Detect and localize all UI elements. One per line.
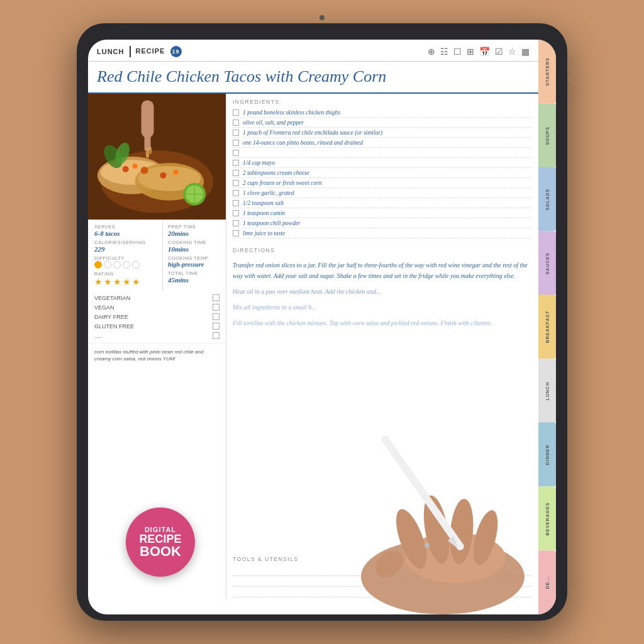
ingredient-item: lime juice to taste — [233, 228, 532, 238]
gluten-free-checkbox[interactable] — [213, 323, 219, 330]
ing-text-10: 1/2 teaspoon salt — [243, 200, 284, 206]
cooking-value: 10mins — [168, 245, 221, 253]
extra-diet-checkbox[interactable] — [213, 332, 219, 339]
star-2[interactable]: ★ — [104, 277, 112, 287]
calendar-icon[interactable]: 📅 — [479, 47, 490, 57]
ingredient-item: 2 tablespoons cream cheese — [233, 168, 532, 178]
star-3[interactable]: ★ — [113, 277, 121, 287]
tab-sauces[interactable]: SAUCES — [538, 231, 556, 296]
difficulty-dots — [94, 261, 156, 269]
ing-text-1: 1 pound boneless skinless chicken thighs — [243, 109, 340, 116]
vegetarian-label: VEGETARIAN — [94, 295, 130, 301]
tab-lunch[interactable]: LUNCH — [538, 359, 556, 423]
tab-desserts[interactable]: DE... — [538, 551, 556, 615]
directions-text-1: Transfer red onion slices to a jar. Fill… — [233, 260, 532, 281]
ingredient-item — [233, 148, 532, 158]
recipe-title: Red Chile Chicken Tacos with Creamy Corn — [88, 62, 538, 94]
serves-prep: SERVES 6-8 tacos CALORIES/SERVING 229 DI… — [88, 219, 226, 291]
check-icon[interactable]: ☑ — [495, 47, 503, 57]
table-icon[interactable]: ▦ — [521, 47, 530, 57]
vegan-checkbox[interactable] — [213, 304, 219, 311]
ingredient-item: 1/2 teaspoon salt — [233, 198, 532, 208]
tab-starters[interactable]: STARTERS — [538, 40, 556, 104]
ing-text-6: 1/4 cup mayo — [243, 160, 275, 166]
ing-text-4: one 14-ounce can pinto beans, rinsed and… — [243, 140, 363, 146]
tab-salads[interactable]: SALADS — [538, 167, 556, 231]
jar-icon[interactable]: ⊞ — [467, 47, 474, 57]
directions-text-3: Mix all ingredients in a small b... — [233, 302, 532, 313]
diff-dot-2 — [104, 261, 111, 269]
food-image — [88, 94, 226, 219]
star-icon[interactable]: ☆ — [508, 47, 516, 57]
recipe-number: 19 — [170, 46, 182, 57]
tab-beverages[interactable]: BEVERAGES — [538, 487, 556, 551]
star-5[interactable]: ★ — [132, 277, 140, 287]
tools-line-1 — [233, 567, 532, 576]
diff-dot-5 — [132, 261, 140, 269]
svg-point-10 — [173, 170, 178, 175]
ing-checkbox-8[interactable] — [233, 180, 239, 186]
lunch-label: LUNCH — [97, 48, 125, 55]
ingredient-item: 1 clove garlic, grated — [233, 188, 532, 198]
list-icon[interactable]: ☷ — [440, 47, 448, 57]
recipe-header: LUNCH RECIPE 19 ⊕ ☷ ☐ ⊞ 📅 ☑ ☆ ▦ — [88, 40, 538, 62]
cooking-label: COOKING TIME — [168, 240, 221, 245]
ingredient-item: olive oil, salt, and pepper — [233, 118, 532, 128]
ing-checkbox-10[interactable] — [233, 200, 239, 206]
ingredient-item: 1 pouch of Frontera red chile enchilada … — [233, 128, 532, 138]
ing-text-13: lime juice to taste — [243, 230, 285, 236]
vegetarian-checkbox[interactable] — [213, 294, 219, 301]
svg-rect-17 — [142, 101, 154, 138]
vegan-label: VEGAN — [94, 304, 114, 311]
ing-checkbox-9[interactable] — [233, 190, 239, 196]
ing-checkbox-1[interactable] — [233, 109, 239, 116]
header-icons: ⊕ ☷ ☐ ⊞ 📅 ☑ ☆ ▦ — [428, 47, 530, 57]
tab-dinner[interactable]: DINNER — [538, 423, 556, 487]
dairy-free-checkbox[interactable] — [213, 313, 219, 320]
badge-book: BOOK — [140, 545, 181, 558]
ing-checkbox-4[interactable] — [233, 140, 239, 146]
diff-dot-4 — [123, 261, 130, 269]
ingredient-item: 1 pound boneless skinless chicken thighs — [233, 108, 532, 118]
directions-label: DIRECTIONS — [226, 242, 538, 256]
gluten-free-item: GLUTEN FREE — [94, 321, 219, 331]
side-tabs: STARTERS SOUPS SALADS SAUCES BREAKFAST L… — [538, 40, 556, 614]
prep-label: PREP TIME — [168, 224, 221, 230]
ing-checkbox-7[interactable] — [233, 170, 239, 176]
dairy-free-label: DAIRY FREE — [94, 314, 128, 320]
right-meta: PREP TIME 20mins COOKING TIME 10mins COO… — [163, 220, 226, 291]
tab-soups[interactable]: SOUPS — [538, 104, 556, 168]
compass-icon[interactable]: ⊕ — [428, 47, 435, 57]
directions-text-2: Heat oil in a pan over medium heat. Add … — [233, 286, 532, 297]
ing-text-7: 2 tablespoons cream cheese — [243, 170, 309, 176]
ing-checkbox-12[interactable] — [233, 220, 239, 226]
right-column: INGREDIENTS 1 pound boneless skinless ch… — [226, 94, 538, 599]
food-image-inner — [88, 94, 226, 219]
temp-label: COOKING TEMP — [168, 255, 221, 261]
ing-checkbox-11[interactable] — [233, 210, 239, 216]
ingredient-list: 1 pound boneless skinless chicken thighs… — [226, 108, 538, 238]
calories-value: 229 — [94, 245, 156, 253]
gluten-free-label: GLUTEN FREE — [94, 323, 134, 330]
star-4[interactable]: ★ — [123, 277, 131, 287]
tools-line-3 — [233, 589, 532, 597]
prep-value: 20mins — [168, 230, 221, 237]
star-1[interactable]: ★ — [94, 277, 103, 287]
tab-breakfast[interactable]: BREAKFAST — [538, 295, 556, 359]
ing-checkbox-5[interactable] — [233, 150, 239, 156]
tools-list — [233, 567, 532, 597]
total-value: 45mins — [168, 276, 221, 284]
ingredients-label: INGREDIENTS — [226, 94, 538, 108]
ing-text-12: 1 teaspoon chili powder — [243, 220, 301, 226]
tools-section: TOOLS & UTENSILS — [226, 551, 538, 599]
ing-text-11: 1 teaspoon cumin — [243, 210, 285, 216]
ing-checkbox-13[interactable] — [233, 230, 239, 236]
ing-checkbox-6[interactable] — [233, 160, 239, 166]
total-label: TOTAL TIME — [168, 270, 221, 276]
temp-value: high-pressure — [168, 261, 221, 268]
ing-checkbox-3[interactable] — [233, 130, 239, 136]
ing-checkbox-2[interactable] — [233, 119, 239, 126]
grid-icon[interactable]: ☐ — [453, 47, 462, 57]
tools-label: TOOLS & UTENSILS — [233, 551, 532, 565]
extra-diet-label: ..... — [94, 333, 103, 339]
